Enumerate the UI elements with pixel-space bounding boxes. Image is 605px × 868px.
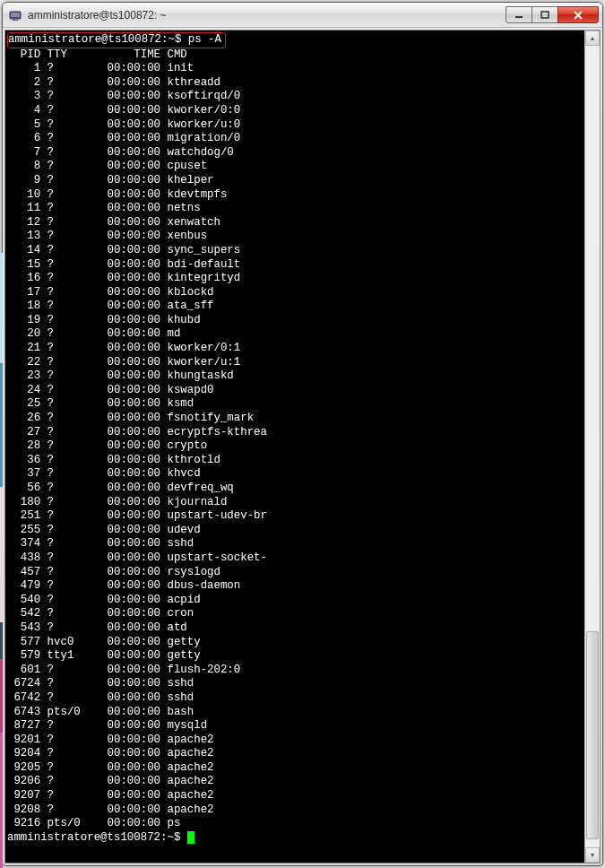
maximize-button[interactable]	[532, 6, 558, 23]
window-title: amministratore@ts100872: ~	[28, 9, 506, 22]
minimize-button[interactable]	[506, 6, 532, 23]
window-controls	[506, 6, 599, 23]
vertical-scrollbar[interactable]: ▴ ▾	[584, 30, 600, 863]
left-edge-decoration	[0, 253, 3, 868]
app-icon	[8, 8, 22, 22]
svg-rect-4	[541, 12, 549, 18]
title-bar[interactable]: amministratore@ts100872: ~	[3, 3, 602, 28]
terminal-output[interactable]: amministratore@ts100872:~$ ps -A PID TTY…	[5, 30, 584, 863]
scroll-down-button[interactable]: ▾	[585, 847, 600, 863]
svg-rect-2	[13, 20, 18, 21]
scroll-up-button[interactable]: ▴	[585, 30, 600, 46]
terminal-window: amministratore@ts100872: ~ amministrator…	[2, 2, 603, 866]
svg-rect-1	[11, 13, 20, 17]
close-button[interactable]	[557, 6, 599, 23]
cursor	[187, 831, 194, 844]
command-line: amministratore@ts100872:~$ ps -A	[7, 32, 226, 48]
scrollbar-track[interactable]	[585, 46, 600, 847]
scrollbar-thumb[interactable]	[586, 631, 599, 839]
terminal-container: amministratore@ts100872:~$ ps -A PID TTY…	[4, 30, 601, 864]
